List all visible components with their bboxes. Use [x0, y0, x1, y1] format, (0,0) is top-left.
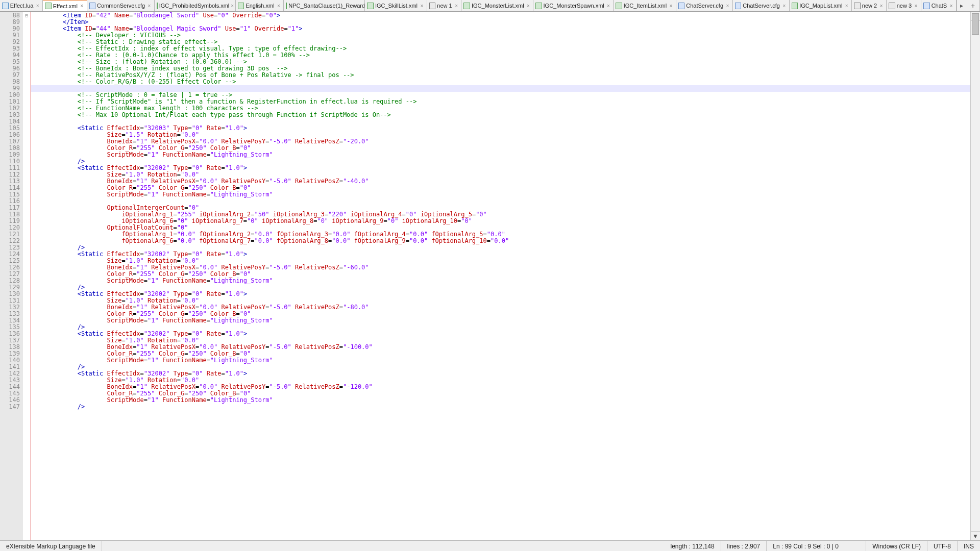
close-icon[interactable]: × — [781, 3, 787, 9]
close-icon[interactable]: × — [844, 3, 850, 9]
tab-label: IGC_MonsterList.xml — [472, 3, 524, 9]
tab-label: ChatServer.cfg — [686, 3, 723, 9]
tab-igc-skilllist-xml[interactable]: IGC_SkillList.xml× — [365, 0, 427, 11]
close-icon[interactable]: × — [231, 3, 234, 9]
status-position: Ln : 99 Col : 9 Sel : 0 | 0 — [767, 541, 866, 551]
file-icon — [792, 3, 798, 9]
tab-label: IGC_SkillList.xml — [375, 3, 418, 9]
tab-new-1[interactable]: new 1× — [427, 0, 462, 11]
status-language: eXtensible Markup Language file — [0, 541, 102, 551]
tab-commonserver-cfg[interactable]: CommonServer.cfg× — [87, 0, 155, 11]
tab-igc-monsterlist-xml[interactable]: IGC_MonsterList.xml× — [461, 0, 533, 11]
tab-new-2[interactable]: new 2× — [852, 0, 887, 11]
tab-scroll-right-icon[interactable]: ▸ — [957, 0, 966, 11]
vertical-scrollbar[interactable]: ▲ ▼ — [970, 12, 980, 540]
file-icon — [429, 3, 436, 9]
code-line[interactable]: <Item ID="42" Name="Bloodangel Sword" Us… — [31, 12, 970, 19]
code-line[interactable]: ScriptMode="1" FunctionName="Lightning_S… — [31, 317, 970, 324]
tab-igc-prohibitedsymbols-xml[interactable]: IGC_ProhibitedSymbols.xml× — [155, 0, 236, 11]
scroll-down-arrow[interactable]: ▼ — [971, 531, 980, 540]
file-icon — [616, 3, 622, 9]
fold-column[interactable]: ⊟ — [22, 12, 31, 540]
tab-label: IGC_ItemList.xml — [624, 3, 667, 9]
close-icon[interactable]: × — [878, 3, 884, 9]
file-icon — [157, 3, 158, 9]
tab-igc-monsterspawn-xml[interactable]: IGC_MonsterSpawn.xml× — [533, 0, 614, 11]
file-icon — [45, 3, 52, 9]
close-icon[interactable]: × — [668, 3, 674, 9]
tab-label: ChatS — [932, 3, 947, 9]
code-line[interactable]: fOptionalArg_6="0.0" fOptionalArg_7="0.0… — [31, 238, 970, 244]
file-icon — [678, 3, 685, 9]
scroll-thumb[interactable] — [972, 13, 979, 35]
tab-label: new 2 — [862, 3, 877, 9]
tab-strip: Effect.lua×Effect.xml×CommonServer.cfg×I… — [0, 0, 980, 12]
file-icon — [2, 3, 9, 9]
line-number-gutter[interactable]: 8889909192939495969798991001011021031041… — [0, 12, 22, 540]
file-icon — [238, 3, 244, 9]
file-icon — [535, 3, 542, 9]
status-length: length : 112,148 — [665, 541, 721, 551]
tab-new-3[interactable]: new 3× — [887, 0, 921, 11]
file-icon — [89, 3, 96, 9]
tab-label: IGC_MonsterSpawn.xml — [544, 3, 604, 9]
file-icon — [286, 3, 287, 9]
tab-english-xml[interactable]: English.xml× — [236, 0, 284, 11]
code-line[interactable]: ScriptMode="1" FunctionName="Lightning_S… — [31, 191, 970, 198]
tab-label: Effect.xml — [53, 3, 78, 9]
tab-chatserver-cfg[interactable]: ChatServer.cfg× — [676, 0, 733, 11]
code-view[interactable]: <Item ID="42" Name="Bloodangel Sword" Us… — [31, 12, 970, 540]
tab-label: IGC_ProhibitedSymbols.xml — [159, 3, 230, 9]
tab-chats[interactable]: ChatS× — [921, 0, 957, 11]
tab-label: CommonServer.cfg — [97, 3, 145, 9]
code-line[interactable]: ScriptMode="1" FunctionName="Lightning_S… — [31, 357, 970, 364]
file-icon — [735, 3, 742, 9]
editor-area: 8889909192939495969798991001011021031041… — [0, 12, 980, 540]
status-lines: lines : 2,907 — [721, 541, 767, 551]
close-icon[interactable]: × — [79, 3, 85, 9]
code-line[interactable]: ScriptMode="1" FunctionName="Lightning_S… — [31, 278, 970, 284]
file-icon — [889, 3, 895, 9]
close-icon[interactable]: × — [419, 3, 425, 9]
close-icon[interactable]: × — [725, 3, 730, 9]
status-insert-mode: INS — [958, 541, 980, 551]
tab-effect-xml[interactable]: Effect.xml× — [43, 0, 87, 11]
tab-npc-santaclause-1-reward-xml[interactable]: NPC_SantaClause(1)_Reward.xml× — [284, 0, 365, 11]
line-number: 147 — [0, 404, 20, 410]
tab-label: NPC_SantaClause(1)_Reward.xml — [288, 3, 365, 9]
close-icon[interactable]: × — [276, 3, 282, 9]
code-line[interactable]: <!-- Max 10 Optional Int/Float each type… — [31, 112, 970, 118]
tab-igc-maplist-xml[interactable]: IGC_MapList.xml× — [790, 0, 852, 11]
status-encoding: UTF-8 — [927, 541, 958, 551]
close-icon[interactable]: × — [35, 3, 40, 9]
status-bar: eXtensible Markup Language file length :… — [0, 540, 980, 551]
close-icon[interactable]: × — [454, 3, 459, 9]
file-icon — [463, 3, 470, 9]
close-icon[interactable]: × — [948, 3, 954, 9]
tab-label: ChatServer.cfg — [743, 3, 780, 9]
file-icon — [854, 3, 861, 9]
tab-label: English.xml — [246, 3, 274, 9]
tab-label: Effect.lua — [10, 3, 34, 9]
close-icon[interactable]: × — [146, 3, 152, 9]
tab-label: IGC_MapList.xml — [799, 3, 842, 9]
code-line[interactable]: <!-- Color_R/G/B : (0-255) Effect Color … — [31, 79, 970, 85]
tab-label: new 3 — [897, 3, 912, 9]
tab-label: new 1 — [437, 3, 452, 9]
close-icon[interactable]: × — [606, 3, 611, 9]
status-eol: Windows (CR LF) — [866, 541, 927, 551]
tab-chatserver-cfg[interactable]: ChatServer.cfg× — [733, 0, 790, 11]
code-line[interactable]: ScriptMode="1" FunctionName="Lightning_S… — [31, 152, 970, 158]
tab-effect-lua[interactable]: Effect.lua× — [0, 0, 43, 11]
new-tab-button[interactable]: + — [966, 0, 980, 11]
fold-marker[interactable]: ⊟ — [22, 12, 31, 19]
file-icon — [367, 3, 374, 9]
close-icon[interactable]: × — [913, 3, 919, 9]
code-line[interactable]: ScriptMode="1" FunctionName="Lightning_S… — [31, 397, 970, 404]
file-icon — [923, 3, 930, 9]
close-icon[interactable]: × — [526, 3, 531, 9]
tab-igc-itemlist-xml[interactable]: IGC_ItemList.xml× — [614, 0, 676, 11]
code-line[interactable]: /> — [31, 404, 970, 410]
